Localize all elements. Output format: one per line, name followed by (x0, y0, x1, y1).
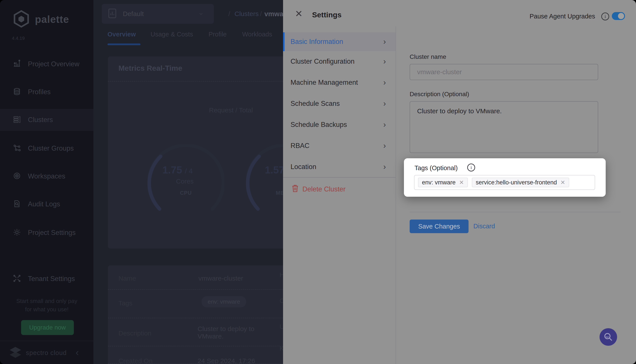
tab-usage-costs[interactable]: Usage & Costs (151, 31, 193, 38)
cluster-name-label: Cluster name (410, 53, 446, 60)
menu-item-rbac[interactable]: RBAC› (283, 136, 396, 155)
tab-profile[interactable]: Profile (209, 31, 227, 38)
breadcrumb-current: vmwar (264, 10, 286, 18)
sidebar-item-label: Cluster Groups (28, 144, 74, 152)
chevron-right-icon: › (383, 141, 386, 150)
menu-divider (283, 177, 396, 178)
tab-overview[interactable]: Overview (108, 31, 136, 38)
app-window: palette 4.4.19 Project Overview Profiles… (0, 0, 636, 364)
gear-icon (13, 228, 21, 237)
close-icon[interactable]: ✕ (295, 8, 303, 19)
tags-input[interactable]: env: vmware ✕ service:hello-universe-fro… (414, 175, 595, 190)
sidebar-item-clusters[interactable]: Clusters (0, 109, 93, 131)
sidebar: palette 4.4.19 Project Overview Profiles… (0, 0, 93, 364)
tags-highlight-card: Tags (Optional) i env: vmware ✕ service:… (404, 158, 606, 197)
metrics-title: Metrics Real-Time (118, 64, 182, 72)
breadcrumb-separator: / (260, 10, 262, 18)
description-label: Description (Optional) (410, 91, 469, 98)
chart-icon (108, 8, 117, 20)
menu-item-schedule-backups[interactable]: Schedule Backups› (283, 115, 396, 134)
sidebar-item-label: Clusters (28, 116, 53, 124)
project-selector[interactable]: Default › (102, 4, 214, 24)
settings-title: Settings (312, 10, 342, 19)
target-icon (13, 172, 21, 181)
help-search-button[interactable] (599, 328, 617, 346)
pause-agent-upgrades-toggle[interactable] (612, 12, 625, 20)
tag-chip: env: vmware (201, 296, 246, 307)
sidebar-item-profiles[interactable]: Profiles (0, 81, 93, 103)
breadcrumb-separator: / (228, 10, 230, 18)
chevron-right-icon: › (383, 78, 386, 87)
document-search-icon (13, 200, 21, 208)
sidebar-item-cluster-groups[interactable]: Cluster Groups (0, 138, 93, 160)
server-list-icon (13, 116, 21, 124)
breadcrumb-clusters[interactable]: Clusters (234, 10, 259, 18)
cpu-gauge-value: 1.75 / 4 (162, 164, 193, 176)
sidebar-item-label: Audit Logs (28, 200, 60, 208)
sidebar-item-workspaces[interactable]: Workspaces (0, 165, 93, 187)
menu-item-machine-management[interactable]: Machine Management› (283, 73, 396, 92)
delete-cluster-button[interactable]: Delete Cluster (292, 184, 346, 194)
tools-icon (13, 274, 21, 283)
chevron-right-icon: › (383, 37, 386, 46)
layers-icon (13, 88, 21, 96)
sidebar-item-label: Workspaces (28, 172, 65, 180)
detail-label: Name (118, 275, 136, 282)
discard-button[interactable]: Discard (473, 222, 495, 230)
chevron-right-icon: › (383, 57, 386, 66)
detail-value-created-on: 24 Sep 2024, 17:26 (198, 357, 255, 364)
sidebar-item-audit-logs[interactable]: Audit Logs (0, 193, 93, 215)
memory-gauge-value: 1.57 (265, 164, 284, 176)
gauge-legend: Request / Total (209, 106, 253, 114)
detail-value-name: vmware-cluster (198, 275, 243, 282)
pause-agent-upgrades-label: Pause Agent Upgrades (530, 13, 595, 20)
menu-item-basic-information[interactable]: Basic Information› (283, 32, 396, 51)
app-version: 4.4.19 (12, 36, 25, 41)
sidebar-item-label: Project Settings (28, 229, 76, 237)
promo-text: Start small and only pay for what you us… (11, 297, 83, 314)
sidebar-item-project-settings[interactable]: Project Settings (0, 222, 93, 244)
tab-workloads[interactable]: Workloads (242, 31, 272, 38)
toggle-knob (618, 13, 624, 19)
sidebar-item-label: Profiles (28, 88, 51, 96)
chevron-down-icon: › (197, 13, 206, 15)
cpu-gauge-unit: Cores (176, 178, 194, 185)
magnifier-smile-icon (603, 332, 613, 342)
settings-panel: ✕ Settings Pause Agent Upgrades i Basic … (283, 0, 636, 364)
spectro-cloud-label: spectro cloud (26, 349, 67, 356)
sidebar-item-tenant-settings[interactable]: Tenant Settings (0, 268, 93, 290)
chevron-right-icon: › (383, 162, 386, 172)
network-nodes-icon (13, 144, 21, 153)
palette-logo-icon (12, 10, 31, 29)
project-selector-value: Default (123, 10, 144, 18)
tag-chip: env: vmware ✕ (418, 178, 468, 187)
spectro-cloud-logo (9, 346, 22, 359)
tag-chip: service:hello-universe-frontend ✕ (472, 178, 569, 187)
active-tab-underline (108, 44, 140, 45)
menu-item-schedule-scans[interactable]: Schedule Scans› (283, 94, 396, 113)
chevron-right-icon: › (383, 99, 386, 108)
info-icon[interactable]: i (601, 12, 609, 20)
trash-icon (292, 184, 298, 194)
description-textarea[interactable]: Cluster to deploy to VMware. (410, 101, 598, 153)
remove-tag-icon[interactable]: ✕ (459, 179, 464, 186)
upgrade-now-button[interactable]: Upgrade now (21, 320, 74, 335)
tags-label: Tags (Optional) (415, 164, 458, 172)
detail-label: Tags (118, 300, 132, 307)
cluster-name-input[interactable]: vmware-cluster (410, 64, 598, 80)
form-divider (410, 212, 621, 212)
detail-value-description: Cluster to deploy to VMware. (198, 325, 254, 340)
detail-label: Created On (118, 357, 153, 364)
sidebar-item-project-overview[interactable]: Project Overview (0, 53, 93, 75)
cpu-gauge-caption: CPU (180, 190, 192, 196)
chevron-right-icon: › (383, 120, 386, 129)
menu-item-location[interactable]: Location› (283, 158, 396, 176)
collapse-sidebar-icon[interactable]: ‹ (76, 347, 79, 358)
info-icon[interactable]: i (467, 164, 475, 172)
brand-name: palette (35, 14, 69, 25)
save-changes-button[interactable]: Save Changes (410, 220, 469, 233)
remove-tag-icon[interactable]: ✕ (560, 179, 565, 186)
menu-item-cluster-configuration[interactable]: Cluster Configuration› (283, 52, 396, 71)
bar-chart-icon (13, 60, 21, 68)
sidebar-divider (0, 341, 93, 341)
